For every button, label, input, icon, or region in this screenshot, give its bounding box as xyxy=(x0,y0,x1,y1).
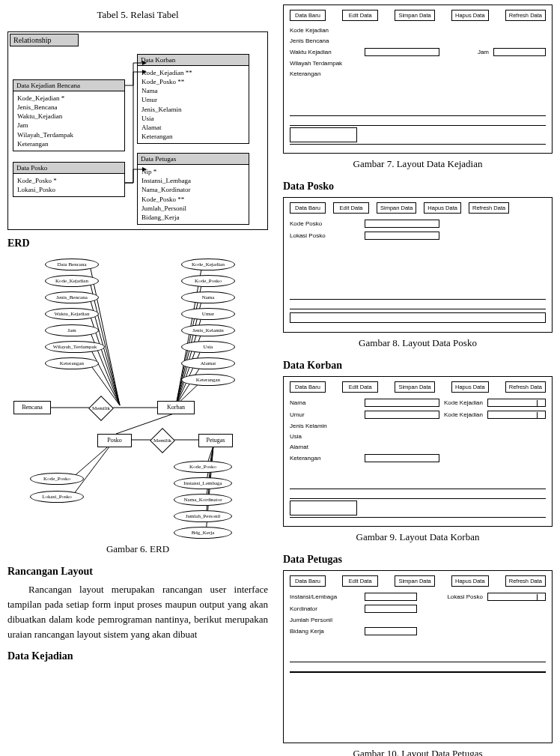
field: Keterangan xyxy=(141,132,245,141)
field: Jumlah_Personil xyxy=(141,204,245,213)
field: Lokasi_Posko xyxy=(17,185,121,194)
btn-refresh-data[interactable]: Refresh Data xyxy=(505,381,546,393)
field: Kode_Posko * xyxy=(17,176,121,185)
field: Alamat xyxy=(141,123,245,132)
label-jam: Jam xyxy=(478,49,489,55)
input-waktu[interactable] xyxy=(365,48,439,56)
input-lokasi-posko[interactable] xyxy=(365,232,439,240)
btn-simpan-data[interactable]: Simpan Data xyxy=(377,202,416,214)
gambar6-caption: Gambar 6. ERD xyxy=(7,543,268,555)
input-nama[interactable] xyxy=(365,399,439,407)
erd-heading: ERD xyxy=(7,238,268,250)
svg-line-23 xyxy=(71,443,112,479)
erd-attr: Kode_Posko xyxy=(181,275,235,287)
svg-marker-1 xyxy=(142,70,147,74)
btn-edit-data[interactable]: Edit Data xyxy=(342,381,378,393)
erd-attr: Kode_Kejadian xyxy=(181,258,235,270)
erd-attr: Kode_Posko xyxy=(30,473,84,485)
field: Jenis_Bencana xyxy=(17,103,121,112)
label: Jenis Kelamin xyxy=(290,423,365,429)
btn-data-baru[interactable]: Data Baru xyxy=(290,575,326,587)
box-title: Data Petugas xyxy=(138,154,249,165)
form-data-kejadian: Data Baru Edit Data Simpan Data Hapus Da… xyxy=(283,4,553,154)
box-korban: Data Korban Kode_Kejadian ** Kode_Posko … xyxy=(137,54,249,144)
label: Kordinator xyxy=(290,605,365,612)
field: Nama xyxy=(141,86,245,95)
erd-entity-korban: Korban xyxy=(157,401,195,414)
btn-hapus-data[interactable]: Hapus Data xyxy=(451,10,489,21)
data-petugas-heading: Data Petugas xyxy=(283,554,553,566)
erd-attr: Keterangan xyxy=(45,357,99,369)
field: Wilayah_Terdampak xyxy=(17,130,121,139)
box-posko: Data Posko Kode_Posko * Lokasi_Posko xyxy=(13,162,125,197)
form-data-korban: Data Baru Edit Data Simpan Data Hapus Da… xyxy=(283,376,553,527)
btn-simpan-data[interactable]: Simpan Data xyxy=(395,10,434,21)
field: Kode_Kejadian ** xyxy=(141,68,245,77)
label: Waktu Kejadian xyxy=(290,49,365,55)
label: Lokasi Posko xyxy=(447,593,483,600)
label: Kode Kejadian xyxy=(290,27,365,34)
btn-data-baru[interactable]: Data Baru xyxy=(290,381,326,393)
erd-attr: Umur xyxy=(181,308,235,320)
btn-refresh-data[interactable]: Refresh Data xyxy=(469,202,509,214)
input-keterangan[interactable] xyxy=(365,454,439,462)
erd-attr: Nama_Kordinator xyxy=(174,494,232,506)
input-umur[interactable] xyxy=(365,411,439,419)
label: Keterangan xyxy=(290,70,365,77)
erd-attr: Instansi_Lembaga xyxy=(174,477,232,489)
box-title: Data Korban xyxy=(138,55,249,66)
input-bidang[interactable] xyxy=(365,627,417,635)
box-petugas: Data Petugas Nip * Instansi_Lembaga Nama… xyxy=(137,153,249,225)
btn-data-baru[interactable]: Data Baru xyxy=(290,10,326,21)
erd-diagram: Data Bencana Kode_Kejadian Jenis_Bencana… xyxy=(7,254,262,539)
box-kejadian-bencana: Data Kejadian Bencana Kode_Kejadian * Je… xyxy=(13,79,125,151)
svg-marker-2 xyxy=(142,167,147,172)
btn-hapus-data[interactable]: Hapus Data xyxy=(451,381,489,393)
btn-edit-data[interactable]: Edit Data xyxy=(342,575,378,587)
label: Lokasi Posko xyxy=(290,232,365,239)
erd-attr: Waktu_Kejadian xyxy=(45,308,99,320)
erd-attr: Jenis_Kelamin xyxy=(181,324,235,336)
input-jam[interactable] xyxy=(493,48,546,56)
svg-marker-0 xyxy=(142,61,147,65)
btn-data-baru[interactable]: Data Baru xyxy=(290,202,326,214)
btn-edit-data[interactable]: Edit Data xyxy=(342,10,378,21)
field: Kode_Posko ** xyxy=(141,195,245,204)
svg-line-24 xyxy=(71,443,112,498)
data-posko-heading: Data Posko xyxy=(283,181,553,193)
btn-hapus-data[interactable]: Hapus Data xyxy=(451,575,489,587)
btn-simpan-data[interactable]: Simpan Data xyxy=(395,381,434,393)
input-instansi[interactable] xyxy=(365,593,417,601)
dropdown-lokasi-posko[interactable] xyxy=(487,593,546,601)
label: Usia xyxy=(290,433,365,440)
btn-refresh-data[interactable]: Refresh Data xyxy=(505,10,546,21)
field: Kode_Kejadian * xyxy=(17,94,121,103)
btn-edit-data[interactable]: Edit Data xyxy=(333,202,369,214)
label: Kode Posko xyxy=(290,220,365,227)
erd-entity-petugas: Petugas xyxy=(198,434,233,447)
relationship-diagram: Relationship Data Kejadian Bencana Kode_… xyxy=(7,31,268,230)
erd-attr: Lokasi_Posko xyxy=(30,491,84,503)
gambar9-caption: Gambar 9. Layout Data Korban xyxy=(283,531,553,543)
label: Nama xyxy=(290,399,365,406)
relation-lines xyxy=(120,42,150,214)
label: Kode Kejadian xyxy=(444,399,483,406)
erd-attr: Data Bencana xyxy=(45,258,99,270)
input-kordinator[interactable] xyxy=(365,605,417,613)
label: Instansi/Lembaga xyxy=(290,593,365,600)
field: Kode_Posko ** xyxy=(141,77,245,86)
label: Alamat xyxy=(290,444,365,450)
dropdown-kode-kejadian2[interactable] xyxy=(487,411,546,419)
field: Instansi_Lembaga xyxy=(141,176,245,185)
dropdown-kode-kejadian[interactable] xyxy=(487,399,546,407)
btn-hapus-data[interactable]: Hapus Data xyxy=(424,202,461,214)
form-data-posko: Data Baru Edit Data Simpan Data Hapus Da… xyxy=(283,197,553,333)
tabel5-caption: Tabel 5. Relasi Tabel xyxy=(7,9,268,21)
data-kejadian-heading: Data Kejadian xyxy=(7,650,268,662)
btn-simpan-data[interactable]: Simpan Data xyxy=(395,575,434,587)
btn-refresh-data[interactable]: Refresh Data xyxy=(505,575,546,587)
field: Usia xyxy=(141,114,245,123)
svg-line-22 xyxy=(116,413,176,434)
input-kode-posko[interactable] xyxy=(365,220,439,228)
field: Bidang_Kerja xyxy=(141,213,245,222)
